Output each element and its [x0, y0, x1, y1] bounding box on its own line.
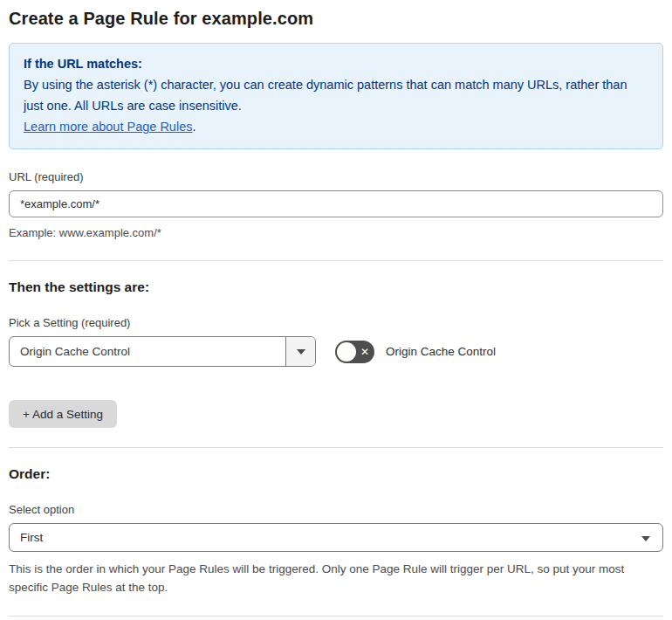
order-helper-text: This is the order in which your Page Rul… [9, 560, 659, 596]
divider [9, 447, 663, 448]
url-field-label: URL (required) [9, 170, 663, 183]
setting-select[interactable]: Origin Cache Control [9, 336, 316, 367]
setting-row: Origin Cache Control ✕ Origin Cache Cont… [9, 336, 663, 367]
info-box-heading: If the URL matches: [24, 53, 648, 74]
chevron-down-icon [297, 349, 305, 355]
toggle-label: Origin Cache Control [386, 345, 496, 358]
divider [9, 616, 663, 617]
settings-section-heading: Then the settings are: [9, 279, 663, 295]
create-page-rule-form: Create a Page Rule for example.com If th… [0, 0, 672, 620]
setting-select-value: Origin Cache Control [10, 337, 285, 366]
info-box-link-line: Learn more about Page Rules. [24, 116, 648, 137]
info-box-body: By using the asterisk (*) character, you… [24, 74, 648, 116]
toggle-off-x-icon: ✕ [360, 347, 369, 357]
add-setting-wrap: + Add a Setting [9, 400, 663, 428]
learn-more-link[interactable]: Learn more about Page Rules [24, 120, 192, 134]
origin-cache-control-toggle[interactable]: ✕ [335, 341, 374, 363]
url-example-helper: Example: www.example.com/* [9, 224, 663, 241]
toggle-knob [337, 342, 356, 362]
order-select-value: First [20, 531, 43, 544]
order-section-heading: Order: [9, 466, 663, 482]
url-match-info-box: If the URL matches: By using the asteris… [9, 43, 663, 149]
setting-select-caret-button[interactable] [285, 337, 315, 366]
page-title: Create a Page Rule for example.com [9, 9, 663, 29]
order-select-label: Select option [9, 503, 663, 516]
pick-setting-label: Pick a Setting (required) [9, 316, 663, 329]
add-setting-button[interactable]: + Add a Setting [9, 400, 117, 428]
chevron-down-icon [641, 536, 650, 541]
divider [9, 260, 663, 261]
order-select[interactable]: First [9, 523, 663, 552]
link-suffix: . [192, 120, 195, 134]
url-input[interactable] [9, 190, 663, 217]
